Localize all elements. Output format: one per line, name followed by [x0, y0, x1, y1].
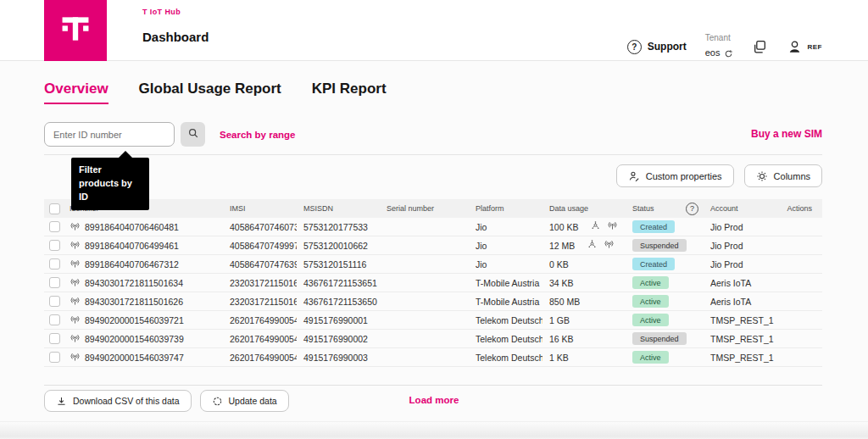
row-checkbox-cell	[44, 277, 68, 288]
data-usage-cell: 1 GB	[542, 315, 626, 325]
account-value: Jio Prod	[704, 259, 784, 270]
data-usage-cell: 12 MB	[542, 239, 626, 252]
imsi-value: 405864707499972	[223, 241, 297, 251]
data-usage-value: 100 KB	[549, 222, 578, 232]
identifier-link[interactable]: 89430301721811501626	[85, 297, 183, 307]
row-checkbox[interactable]	[49, 221, 60, 232]
table-row: 8949020000154603973926201764990054749151…	[44, 330, 822, 348]
app-label: T IoT Hub	[142, 8, 181, 16]
top-bar-actions: ? Support Tenant eos	[627, 34, 822, 59]
row-checkbox-cell	[44, 333, 68, 344]
imsi-value: 405864707476397	[223, 259, 297, 270]
data-usage-cell: 100 KB	[542, 220, 626, 233]
identifier-cell: 89430301721811501634	[68, 277, 223, 288]
tenant-value: eos	[705, 47, 721, 59]
row-checkbox[interactable]	[49, 277, 60, 288]
col-serial-number: Serial number	[380, 204, 469, 213]
row-checkbox[interactable]	[49, 296, 60, 307]
identifier-link[interactable]: 89490200001546039739	[85, 334, 184, 344]
telekom-logo[interactable]	[44, 0, 107, 61]
horizontal-scrollbar[interactable]	[0, 421, 868, 439]
sim-broadcast-icon	[70, 333, 81, 344]
platform-value: Telekom Deutschla...	[469, 315, 542, 325]
data-usage-cell: 34 KB	[542, 278, 626, 288]
tenant-switcher[interactable]: Tenant eos	[705, 33, 733, 61]
row-checkbox[interactable]	[49, 240, 60, 251]
tenant-label: Tenant	[705, 33, 733, 44]
select-all-checkbox[interactable]	[49, 203, 60, 214]
platform-value: Jio	[469, 222, 542, 232]
footer-actions: Download CSV of this data Update data	[44, 390, 289, 412]
row-checkbox[interactable]	[49, 258, 60, 270]
status-badge: Suspended	[632, 332, 687, 345]
table-row: 8991864040706460481405864707460736575312…	[44, 218, 822, 236]
sim-broadcast-icon	[70, 314, 81, 325]
columns-label: Columns	[774, 171, 810, 181]
status-badge: Created	[632, 220, 675, 233]
identifier-link[interactable]: 8991864040706499461	[85, 241, 179, 251]
tab-overview[interactable]: Overview	[44, 81, 108, 104]
row-checkbox[interactable]	[49, 352, 60, 363]
imsi-value: 262017649900546	[223, 315, 297, 325]
imsi-value: 262017649900548	[223, 353, 297, 363]
telekom-t-icon	[58, 12, 92, 49]
identifier-link[interactable]: 89490200001546039747	[85, 353, 184, 363]
copy-tenant-icon[interactable]	[752, 39, 768, 55]
account-value: Aeris IoTA	[704, 297, 784, 307]
support-label: Support	[648, 41, 687, 53]
usage-service-icons	[590, 220, 618, 233]
custom-properties-label: Custom properties	[646, 171, 722, 181]
buy-new-sim-link[interactable]: Buy a new SIM	[751, 128, 822, 140]
status-badge: Active	[632, 276, 669, 289]
status-help-icon[interactable]: ?	[686, 203, 698, 215]
download-csv-button[interactable]: Download CSV of this data	[44, 390, 192, 412]
status-badge: Active	[632, 351, 669, 364]
sim-broadcast-icon	[70, 277, 81, 288]
table-body: 8991864040706460481405864707460736575312…	[44, 218, 822, 367]
custom-properties-button[interactable]: Custom properties	[616, 164, 734, 187]
person-edit-icon	[628, 170, 640, 182]
platform-value: Jio	[469, 259, 542, 270]
status-badge: Created	[632, 258, 675, 270]
platform-value: Telekom Deutschla...	[469, 334, 542, 344]
row-checkbox[interactable]	[49, 333, 60, 344]
col-platform: Platform	[469, 204, 542, 213]
table-toolbar: Custom properties Columns	[616, 164, 822, 187]
account-value: Aeris IoTA	[704, 278, 784, 288]
search-icon	[187, 127, 199, 142]
load-more-link[interactable]: Load more	[383, 395, 485, 405]
identifier-link[interactable]: 8991864040706467312	[85, 259, 179, 270]
imsi-value: 405864707460736	[223, 222, 297, 232]
identifier-link[interactable]: 89490200001546039721	[85, 315, 184, 325]
search-input[interactable]	[44, 122, 175, 147]
status-badge: Suspended	[632, 239, 687, 252]
account-value: TMSP_REST_1	[704, 315, 784, 325]
col-msisdn: MSISDN	[297, 204, 380, 213]
search-button[interactable]	[181, 122, 205, 147]
search-by-range-link[interactable]: Search by range	[220, 130, 295, 140]
row-checkbox-cell	[44, 258, 68, 270]
identifier-cell: 89490200001546039721	[68, 314, 223, 325]
support-button[interactable]: ? Support	[627, 40, 687, 54]
col-actions: Actions	[784, 204, 822, 213]
help-icon: ?	[627, 40, 642, 54]
status-cell: Created	[626, 258, 704, 270]
row-checkbox-cell	[44, 240, 68, 251]
data-usage-cell: 850 MB	[542, 297, 626, 307]
identifier-cell: 8991864040706467312	[68, 258, 223, 270]
status-cell: Active	[626, 351, 704, 364]
identifier-link[interactable]: 8991864040706460481	[85, 222, 179, 232]
identifier-cell: 89490200001546039739	[68, 333, 223, 344]
update-data-button[interactable]: Update data	[200, 390, 289, 412]
table-row: 8991864040706499461405864707499972575312…	[44, 236, 822, 255]
table-row: 8943030172181150163423203172115016343676…	[44, 274, 822, 292]
tab-global-usage-report[interactable]: Global Usage Report	[139, 81, 281, 104]
usage-service-icons	[587, 239, 615, 252]
tab-kpi-report[interactable]: KPI Report	[312, 81, 387, 104]
columns-button[interactable]: Columns	[744, 164, 822, 187]
user-menu[interactable]: REF	[787, 39, 823, 55]
row-checkbox-cell	[44, 314, 68, 325]
row-checkbox[interactable]	[49, 314, 60, 325]
identifier-link[interactable]: 89430301721811501634	[85, 278, 183, 288]
table-row: 8943030172181150162623203172115016243676…	[44, 292, 822, 311]
